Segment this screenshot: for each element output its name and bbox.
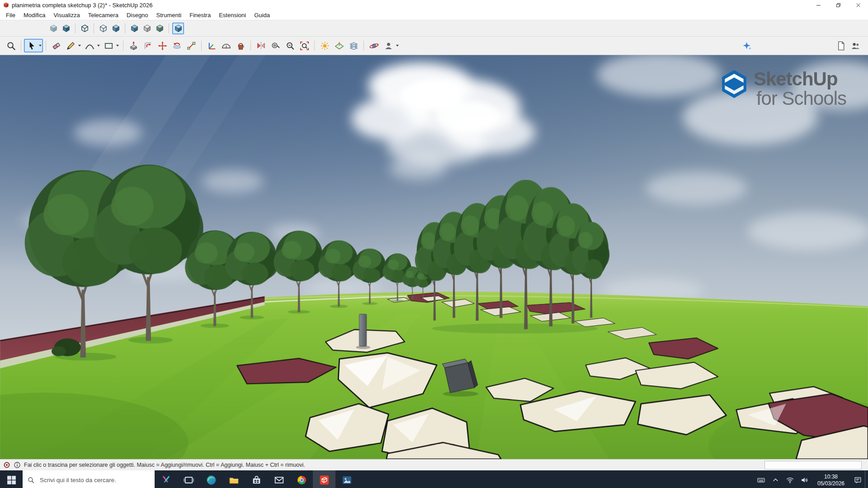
shapes-tool-button[interactable] (102, 39, 115, 52)
statusbar: Fai clic o trascina per selezionare gli … (0, 459, 868, 470)
style-button-shaded-with-textures[interactable] (128, 23, 140, 34)
measurements-input[interactable] (764, 461, 862, 469)
style-button-textured-selected[interactable] (172, 23, 184, 34)
section-plane-tool-button[interactable] (332, 39, 346, 52)
task-view-button[interactable] (177, 470, 200, 488)
sign-in-button[interactable] (382, 39, 395, 52)
model-viewport[interactable]: SketchUp for Schools (0, 55, 868, 459)
minimize-button[interactable] (808, 0, 828, 10)
protractor-tool-button[interactable] (219, 39, 233, 52)
style-button-shaded[interactable] (110, 23, 122, 34)
menu-visualizza[interactable]: Visualizza (49, 11, 84, 19)
close-button[interactable] (848, 0, 868, 10)
info-icon[interactable] (14, 461, 21, 469)
orbit-tool-button[interactable] (367, 39, 381, 52)
taskbar-search-input[interactable] (39, 476, 136, 484)
zoom-extents-tool-button[interactable] (297, 39, 311, 52)
rotate-tool-button[interactable] (170, 39, 184, 52)
style-button-x-ray[interactable] (47, 23, 59, 34)
style-button-back-edges[interactable] (60, 23, 72, 34)
ai-assistant-button[interactable] (740, 39, 754, 52)
maximize-button[interactable] (828, 0, 848, 10)
flip-icon (256, 41, 266, 51)
style-button-textured[interactable] (154, 23, 165, 34)
sign-in-dropdown[interactable] (396, 45, 399, 47)
shadows-tool-button[interactable] (318, 39, 331, 52)
arcs-tool-dropdown[interactable] (97, 45, 100, 47)
style-button-monochrome[interactable] (141, 23, 153, 34)
menu-strumenti[interactable]: Strumenti (152, 11, 186, 19)
eraser-tool-button[interactable] (49, 39, 63, 52)
toolbar-separator (123, 41, 123, 51)
protractor-icon (221, 41, 231, 51)
tags-tool-button[interactable] (347, 39, 360, 52)
edge-icon (206, 474, 217, 486)
move-tool-button[interactable] (156, 39, 169, 52)
menu-estensioni[interactable]: Estensioni (215, 11, 250, 19)
touch-keyboard-button[interactable] (754, 470, 768, 488)
rotate-icon (172, 41, 182, 51)
taskbar-app-chrome[interactable] (290, 470, 313, 488)
style-button-wireframe[interactable] (79, 23, 90, 34)
section-plane-icon (334, 41, 344, 51)
taskbar-app-file-explorer[interactable] (222, 470, 245, 488)
tape-measure-tool-button[interactable] (269, 39, 282, 52)
main-toolbar (0, 36, 868, 55)
scale-tool-button[interactable] (184, 39, 198, 52)
new-document-button[interactable] (834, 39, 848, 52)
search-tool-button[interactable] (4, 39, 18, 52)
style-button-hidden-line[interactable] (97, 23, 109, 34)
taskbar-search[interactable] (23, 470, 155, 488)
menu-file[interactable]: File (2, 11, 19, 19)
select-tool-dropdown[interactable] (39, 45, 42, 47)
menu-finestra[interactable]: Finestra (185, 11, 215, 19)
ink-pens-icon (160, 474, 172, 486)
eraser-icon (51, 41, 61, 51)
hidden-icons-button[interactable] (768, 470, 783, 488)
line-tool-dropdown[interactable] (78, 45, 81, 47)
show-desktop-button[interactable] (865, 470, 868, 488)
share-button[interactable] (849, 39, 862, 52)
taskbar: 10:38 05/03/2026 (0, 470, 868, 488)
taskbar-app-store[interactable] (245, 470, 268, 488)
taskbar-app-photos[interactable] (335, 470, 358, 488)
taskbar-app-sketchup[interactable] (313, 470, 335, 488)
scene-canvas (0, 55, 868, 459)
geolocation-icon[interactable] (3, 461, 10, 469)
offset-icon (143, 41, 153, 51)
taskbar-app-edge[interactable] (200, 470, 222, 488)
network-button[interactable] (783, 470, 797, 488)
orbit-icon (369, 41, 379, 51)
shapes-tool-dropdown[interactable] (116, 45, 119, 47)
tape-measure-icon (270, 41, 281, 51)
taskbar-app-mail[interactable] (268, 470, 290, 488)
volume-button[interactable] (797, 470, 811, 488)
styles-toolbar (0, 20, 868, 36)
axes-tool-button[interactable] (205, 39, 218, 52)
start-button[interactable] (0, 470, 23, 488)
select-tool-button[interactable] (24, 39, 38, 52)
zoom-tool-button[interactable] (283, 39, 297, 52)
toolbar-separator (75, 23, 75, 33)
layers-icon (349, 41, 359, 51)
clock-time: 10:38 (811, 474, 850, 480)
offset-tool-button[interactable] (141, 39, 155, 52)
arcs-tool-button[interactable] (83, 39, 96, 52)
flip-tool-button[interactable] (254, 39, 268, 52)
pencil-icon (66, 41, 76, 51)
menu-disegno[interactable]: Disegno (123, 11, 152, 19)
store-bag-icon (251, 474, 262, 486)
menu-telecamera[interactable]: Telecamera (84, 11, 123, 19)
line-tool-button[interactable] (64, 39, 77, 52)
taskbar-app-ink-workspace[interactable] (155, 470, 177, 488)
chevron-up-icon (771, 476, 780, 484)
taskbar-clock[interactable]: 10:38 05/03/2026 (811, 474, 850, 487)
window-controls (808, 0, 868, 10)
paint-bucket-tool-button[interactable] (234, 39, 247, 52)
action-center-button[interactable] (850, 470, 865, 488)
push-pull-tool-button[interactable] (127, 39, 140, 52)
zoom-extents-icon (299, 41, 310, 51)
menu-modifica[interactable]: Modifica (19, 11, 49, 19)
scale-icon (186, 41, 197, 51)
menu-guida[interactable]: Guida (250, 11, 274, 19)
